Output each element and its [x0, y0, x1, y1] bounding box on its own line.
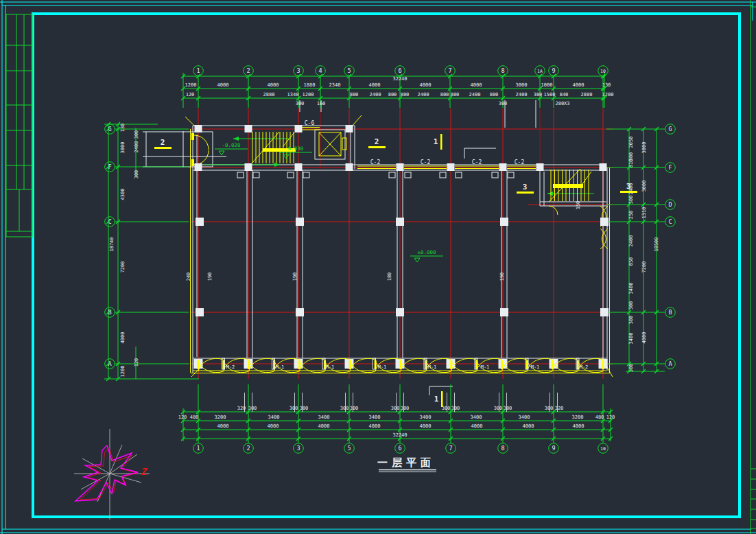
dim-text: 300 [628, 301, 634, 310]
window-type-label: C-2 [472, 159, 482, 165]
dim-text: 1200 [303, 92, 314, 97]
column [600, 163, 607, 171]
column [447, 163, 455, 171]
axis-bubble-bottom-5-label: 5 [347, 445, 351, 452]
column [295, 125, 303, 132]
dimension-lines [104, 73, 665, 441]
dim-text: 2880 [263, 92, 275, 97]
cad-canvas: Z 一层平面 123456781A9101235678910GFCBAGFDCB… [0, 0, 756, 534]
dim-text: 1340 [287, 92, 299, 97]
door-hinge [349, 360, 351, 369]
door-jamb [492, 172, 498, 178]
title-block: 一层平面 [377, 456, 436, 472]
column [536, 163, 544, 171]
dim-text: 2400 [628, 235, 634, 247]
signoff-table [6, 14, 32, 237]
door-type-label: M-2 [580, 364, 589, 370]
wall-thickness-dim: 190 [499, 272, 505, 281]
dim-text: 120 [178, 415, 187, 420]
axis-bubble-bottom-10-label: 10 [600, 446, 606, 452]
column [195, 125, 202, 132]
section-marker-label: 3 [626, 182, 631, 191]
drawing-title: 一层平面 [377, 456, 435, 469]
axis-bubble-right-F-label: F [668, 164, 672, 171]
dim-text: 3000 [641, 181, 647, 192]
column [295, 163, 303, 171]
dim-text: 2400 [370, 92, 381, 97]
dim-text: 3000 [120, 142, 126, 154]
axis-bubble-top-2-label: 2 [246, 67, 250, 74]
axis-bubble-top-6-label: 6 [398, 67, 401, 74]
dim-text: 3400 [420, 415, 432, 420]
dim-text: 480 [595, 415, 604, 420]
door-type-label: M-1 [428, 364, 437, 370]
dim-text: 1200 [120, 366, 126, 378]
door-hinge [222, 360, 224, 369]
dim-text: 4000 [369, 82, 381, 88]
dim-text: 800 [440, 92, 449, 97]
axis-bubble-right-D-label: D [668, 201, 672, 208]
column [245, 125, 252, 132]
dim-text: 800 [490, 92, 499, 97]
dim-text: 4000 [369, 423, 381, 429]
dim-text: 120 [606, 415, 615, 420]
level-triangle [414, 258, 420, 262]
column [346, 125, 353, 132]
column [499, 163, 507, 171]
dim-text: 300 [296, 101, 305, 106]
dim-text: 2050 [628, 137, 634, 148]
dim-text: 2400 [418, 92, 429, 97]
section-marker-label: 3 [523, 183, 528, 191]
dim-text: 280X3 [555, 101, 569, 106]
column [245, 163, 252, 171]
overall-dim: 32240 [392, 432, 407, 438]
axis-bubble-bottom-9-label: 9 [552, 445, 555, 452]
axis-bubble-top-5-label: 5 [347, 67, 351, 74]
axis-bubble-top-4-label: 4 [318, 67, 322, 74]
axis-bubble-right-C-label: C [668, 218, 672, 225]
section-marker-line [517, 191, 534, 194]
wall-thickness-dim: 240 [186, 272, 191, 281]
dim-text: 3400 [628, 333, 634, 345]
section-marker-line [441, 391, 443, 407]
door-type-label: M-1 [276, 364, 285, 370]
axis-bubble-bottom-1-label: 1 [196, 445, 200, 452]
overall-dim: 32240 [392, 76, 407, 82]
door-type-label: M-1 [531, 364, 540, 370]
axis-bubble-bottom-3-label: 3 [296, 445, 300, 452]
dim-text: 300 [442, 406, 451, 411]
door-jamb [237, 172, 244, 178]
dim-text: 7200 [120, 262, 126, 273]
wall-thickness-dim: 190 [207, 272, 213, 281]
axis-bubble-top-8-label: 8 [501, 67, 504, 74]
dim-text: 2880 [581, 92, 593, 97]
door-type-label: M-1 [378, 364, 387, 370]
dim-text: 120 [134, 358, 139, 367]
dim-text: 160 [317, 101, 326, 106]
axis-bubble-top-1-label: 1 [196, 67, 200, 74]
compass-rose: Z [74, 429, 150, 520]
door-type-label: M-2 [226, 364, 235, 370]
axis-bubble-top-3-label: 3 [296, 67, 300, 74]
dim-text: 3400 [268, 415, 280, 420]
door-type-label: M-1 [481, 364, 490, 370]
dim-text: 250 [628, 211, 634, 220]
door-leaf-arc [300, 358, 325, 371]
axis-bubble-bottom-8-label: 8 [501, 445, 504, 452]
dim-text: 4000 [641, 332, 647, 344]
dim-text: 3000 [516, 82, 528, 88]
level-mark-label: ±0.000 [417, 249, 436, 255]
door-hinge [248, 360, 250, 369]
section-marker-label: 1 [434, 395, 439, 404]
door-jamb [287, 172, 294, 178]
column [195, 163, 202, 171]
section-marker-label: 2 [161, 138, 165, 147]
section-marker-line [620, 191, 637, 193]
column [346, 163, 353, 171]
dim-text: 840 [560, 92, 569, 97]
door-hinge [577, 360, 579, 369]
dim-text: 4300 [120, 189, 126, 200]
level-mark-label: -0.020 [222, 142, 241, 148]
axis-bubble-right-A-label: A [668, 360, 672, 367]
axis-bubble-top-9-label: 9 [552, 67, 555, 74]
